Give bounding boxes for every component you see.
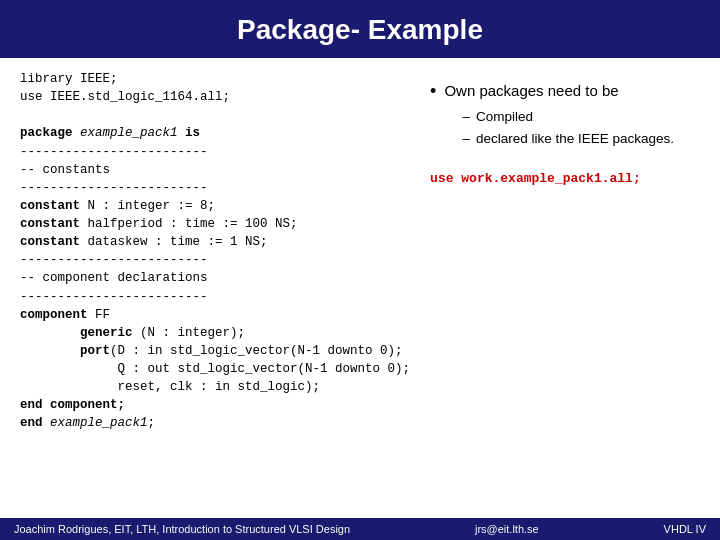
code-line-3 [20, 106, 410, 124]
footer-right: VHDL IV [664, 523, 706, 535]
footer-center: jrs@eit.lth.se [475, 523, 539, 535]
code-line-13: ------------------------- [20, 288, 410, 306]
slide-footer: Joachim Rodrigues, EIT, LTH, Introductio… [0, 518, 720, 540]
code-line-11: ------------------------- [20, 251, 410, 269]
dash-icon-2: – [462, 129, 470, 149]
use-work-statement: use work.example_pack1.all; [430, 169, 700, 189]
code-line-7: ------------------------- [20, 179, 410, 197]
bullet-dot: • [430, 80, 436, 103]
code-line-19: end component; [20, 396, 410, 414]
code-line-1: library IEEE; [20, 70, 410, 88]
footer-left: Joachim Rodrigues, EIT, LTH, Introductio… [14, 523, 350, 535]
bullet-text: Own packages need to be [444, 82, 618, 99]
code-line-18: reset, clk : in std_logic); [20, 378, 410, 396]
code-line-12: -- component declarations [20, 269, 410, 287]
code-line-14: component FF [20, 306, 410, 324]
sub-bullet-2: – declared like the IEEE packages. [462, 129, 674, 149]
code-line-9: constant halfperiod : time := 100 NS; [20, 215, 410, 233]
code-panel: library IEEE; use IEEE.std_logic_1164.al… [20, 70, 430, 518]
code-line-6: -- constants [20, 161, 410, 179]
content-area: library IEEE; use IEEE.std_logic_1164.al… [0, 58, 720, 518]
sub-bullet-text-2: declared like the IEEE packages. [476, 129, 674, 149]
right-panel: • Own packages need to be – Compiled – d… [430, 70, 700, 518]
code-line-8: constant N : integer := 8; [20, 197, 410, 215]
code-line-20: end example_pack1; [20, 414, 410, 432]
main-bullet: • Own packages need to be – Compiled – d… [430, 80, 700, 151]
slide: Package- Example library IEEE; use IEEE.… [0, 0, 720, 540]
bullet-content: Own packages need to be – Compiled – dec… [444, 80, 674, 151]
slide-title: Package- Example [0, 0, 720, 58]
sub-bullet-text-1: Compiled [476, 107, 533, 127]
sub-bullet-1: – Compiled [462, 107, 674, 127]
use-work-text: use work.example_pack1.all; [430, 171, 641, 186]
sub-bullets-list: – Compiled – declared like the IEEE pack… [462, 107, 674, 150]
dash-icon-1: – [462, 107, 470, 127]
code-line-2: use IEEE.std_logic_1164.all; [20, 88, 410, 106]
code-line-16: port(D : in std_logic_vector(N-1 downto … [20, 342, 410, 360]
title-text: Package- Example [237, 14, 483, 45]
code-line-5: ------------------------- [20, 143, 410, 161]
code-line-10: constant dataskew : time := 1 NS; [20, 233, 410, 251]
code-line-4: package example_pack1 is [20, 124, 410, 142]
code-line-15: generic (N : integer); [20, 324, 410, 342]
code-line-17: Q : out std_logic_vector(N-1 downto 0); [20, 360, 410, 378]
